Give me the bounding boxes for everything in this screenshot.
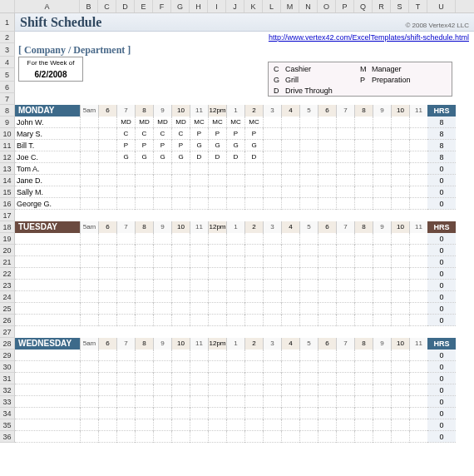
- employee-name-cell[interactable]: [15, 256, 80, 268]
- shift-cell[interactable]: [80, 396, 98, 408]
- shift-cell[interactable]: [281, 408, 299, 419]
- shift-cell[interactable]: [299, 233, 318, 245]
- shift-cell[interactable]: [281, 280, 299, 291]
- shift-cell[interactable]: [116, 419, 135, 431]
- shift-cell[interactable]: [281, 198, 299, 210]
- time-header[interactable]: 4: [281, 221, 299, 233]
- time-header[interactable]: 10: [391, 221, 409, 233]
- shift-cell[interactable]: [318, 186, 336, 198]
- shift-cell[interactable]: [281, 315, 299, 326]
- shift-cell[interactable]: [373, 431, 391, 443]
- shift-cell[interactable]: [409, 198, 427, 210]
- shift-cell[interactable]: [226, 198, 244, 210]
- time-header[interactable]: 2: [244, 105, 263, 117]
- shift-cell[interactable]: [336, 315, 354, 326]
- shift-cell[interactable]: [391, 373, 409, 384]
- employee-name-cell[interactable]: [15, 396, 80, 408]
- shift-cell[interactable]: [318, 303, 336, 315]
- col-header[interactable]: G: [171, 0, 190, 12]
- shift-cell[interactable]: [354, 151, 373, 163]
- shift-cell[interactable]: [336, 186, 354, 198]
- shift-cell[interactable]: [135, 350, 153, 361]
- time-header[interactable]: 8: [135, 338, 153, 350]
- shift-cell[interactable]: [409, 361, 427, 373]
- shift-cell[interactable]: [409, 186, 427, 198]
- shift-cell[interactable]: [98, 350, 116, 361]
- shift-cell[interactable]: P: [226, 128, 244, 140]
- shift-cell[interactable]: [116, 268, 135, 280]
- shift-cell[interactable]: [98, 315, 116, 326]
- shift-cell[interactable]: [98, 419, 116, 431]
- hours-cell[interactable]: 0: [427, 175, 456, 186]
- shift-cell[interactable]: [80, 140, 98, 151]
- shift-cell[interactable]: [299, 291, 318, 303]
- shift-cell[interactable]: [281, 384, 299, 396]
- row-header[interactable]: 2: [0, 32, 15, 43]
- employee-name-cell[interactable]: [15, 408, 80, 419]
- shift-cell[interactable]: [409, 373, 427, 384]
- row-header[interactable]: 23: [0, 280, 15, 291]
- col-header[interactable]: S: [391, 0, 409, 12]
- shift-cell[interactable]: [318, 245, 336, 256]
- shift-cell[interactable]: [354, 128, 373, 140]
- shift-cell[interactable]: [190, 163, 208, 175]
- row-header[interactable]: 7: [0, 93, 15, 105]
- shift-cell[interactable]: [190, 256, 208, 268]
- shift-cell[interactable]: [135, 373, 153, 384]
- time-header[interactable]: 9: [153, 338, 171, 350]
- shift-cell[interactable]: [391, 233, 409, 245]
- shift-cell[interactable]: [208, 186, 226, 198]
- shift-cell[interactable]: [153, 384, 171, 396]
- hours-cell[interactable]: 0: [427, 303, 456, 315]
- shift-cell[interactable]: [171, 303, 190, 315]
- shift-cell[interactable]: [281, 268, 299, 280]
- shift-cell[interactable]: [263, 373, 281, 384]
- shift-cell[interactable]: [190, 186, 208, 198]
- shift-cell[interactable]: [244, 419, 263, 431]
- shift-cell[interactable]: G: [190, 140, 208, 151]
- row-header[interactable]: 18: [0, 221, 15, 233]
- shift-cell[interactable]: MC: [244, 117, 263, 128]
- shift-cell[interactable]: [336, 233, 354, 245]
- shift-cell[interactable]: [80, 291, 98, 303]
- shift-cell[interactable]: [391, 419, 409, 431]
- shift-cell[interactable]: [171, 245, 190, 256]
- shift-cell[interactable]: [281, 291, 299, 303]
- row-header[interactable]: 14: [0, 175, 15, 186]
- shift-cell[interactable]: [135, 361, 153, 373]
- shift-cell[interactable]: [373, 163, 391, 175]
- shift-cell[interactable]: [244, 384, 263, 396]
- row-header[interactable]: 25: [0, 303, 15, 315]
- shift-cell[interactable]: [391, 408, 409, 419]
- time-header[interactable]: 5: [299, 105, 318, 117]
- shift-cell[interactable]: G: [135, 151, 153, 163]
- shift-cell[interactable]: P: [208, 128, 226, 140]
- shift-cell[interactable]: [281, 350, 299, 361]
- shift-cell[interactable]: [391, 256, 409, 268]
- shift-cell[interactable]: [263, 303, 281, 315]
- shift-cell[interactable]: [263, 175, 281, 186]
- shift-cell[interactable]: [409, 384, 427, 396]
- shift-cell[interactable]: [299, 268, 318, 280]
- shift-cell[interactable]: [208, 431, 226, 443]
- shift-cell[interactable]: [80, 175, 98, 186]
- shift-cell[interactable]: [391, 198, 409, 210]
- shift-cell[interactable]: MD: [116, 117, 135, 128]
- shift-cell[interactable]: [244, 361, 263, 373]
- shift-cell[interactable]: D: [208, 151, 226, 163]
- hours-cell[interactable]: 0: [427, 256, 456, 268]
- shift-cell[interactable]: [226, 268, 244, 280]
- shift-cell[interactable]: [391, 186, 409, 198]
- shift-cell[interactable]: [336, 291, 354, 303]
- hours-cell[interactable]: 0: [427, 419, 456, 431]
- employee-name-cell[interactable]: George G.: [15, 198, 80, 210]
- shift-cell[interactable]: [336, 175, 354, 186]
- shift-cell[interactable]: P: [135, 140, 153, 151]
- employee-name-cell[interactable]: [15, 361, 80, 373]
- shift-cell[interactable]: [373, 268, 391, 280]
- time-header[interactable]: 1: [226, 105, 244, 117]
- row-header[interactable]: 9: [0, 117, 15, 128]
- shift-cell[interactable]: [135, 268, 153, 280]
- time-header[interactable]: 11: [190, 221, 208, 233]
- shift-cell[interactable]: [153, 431, 171, 443]
